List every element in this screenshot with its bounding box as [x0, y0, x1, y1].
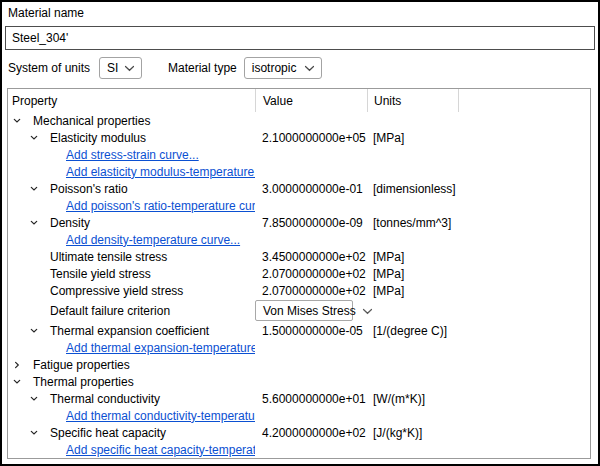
group-label: Fatigue properties	[33, 358, 130, 372]
property-label: Ultimate tensile stress	[50, 250, 167, 264]
chevron-down-icon[interactable]	[11, 115, 23, 127]
property-label: Density	[50, 216, 90, 230]
table-rows: Mechanical properties Elasticity modulus…	[8, 112, 590, 458]
spacer	[28, 305, 40, 317]
table-row: Compressive yield stress 2.0700000000e+0…	[8, 282, 590, 299]
units-cell: [MPa]	[367, 250, 458, 264]
material-editor-window: Material name System of units SI Materia…	[0, 0, 600, 466]
value-cell	[255, 441, 367, 458]
value-cell	[255, 373, 367, 390]
table-row: Add thermal expansion-temperature curve.…	[8, 339, 590, 356]
column-header-units[interactable]: Units	[367, 89, 458, 112]
add-curve-link[interactable]: Add elasticity modulus-temperature curve…	[66, 165, 255, 179]
system-of-units-select[interactable]: SI	[99, 57, 142, 79]
add-curve-link[interactable]: Add thermal conductivity-temperature cur…	[66, 409, 255, 423]
table-row: Add specific heat capacity-temperature c…	[8, 441, 590, 458]
table-row: Thermal properties	[8, 373, 590, 390]
table-row: Ultimate tensile stress 3.4500000000e+02…	[8, 248, 590, 265]
chevron-down-icon[interactable]	[28, 393, 40, 405]
material-type-select[interactable]: isotropic	[244, 57, 322, 79]
value-cell[interactable]: 3.4500000000e+02	[255, 248, 367, 265]
spacer	[28, 268, 40, 280]
system-of-units-label: System of units	[8, 61, 90, 75]
chevron-down-icon[interactable]	[11, 376, 23, 388]
units-cell: [MPa]	[367, 284, 458, 298]
spacer	[28, 285, 40, 297]
value-cell	[255, 339, 367, 356]
table-row: Specific heat capacity 4.2000000000e+02 …	[8, 424, 590, 441]
value-cell[interactable]: 3.0000000000e-01	[255, 180, 367, 197]
value-cell	[255, 163, 367, 180]
chevron-down-icon[interactable]	[28, 325, 40, 337]
add-curve-link[interactable]: Add density-temperature curve...	[66, 233, 240, 247]
units-cell: [1/(degree C)]	[367, 324, 458, 338]
value-cell[interactable]: 4.2000000000e+02	[255, 424, 367, 441]
add-curve-link[interactable]: Add stress-strain curve...	[66, 148, 199, 162]
value-cell[interactable]: 2.1000000000e+05	[255, 129, 367, 146]
failure-criterion-value: Von Mises Stress	[263, 304, 356, 318]
units-type-row: System of units SI Material type isotrop…	[8, 57, 322, 79]
table-row: Thermal expansion coefficient 1.50000000…	[8, 322, 590, 339]
group-label: Thermal properties	[33, 375, 134, 389]
value-cell[interactable]: 5.6000000000e+01	[255, 390, 367, 407]
chevron-down-icon[interactable]	[28, 217, 40, 229]
value-cell[interactable]: 1.5000000000e-05	[255, 322, 367, 339]
units-cell: [dimensionless]	[367, 182, 458, 196]
chevron-down-icon[interactable]	[28, 427, 40, 439]
add-curve-link[interactable]: Add thermal expansion-temperature curve.…	[66, 341, 255, 355]
value-cell	[255, 197, 367, 214]
chevron-down-icon	[304, 61, 315, 75]
property-label: Tensile yield stress	[50, 267, 151, 281]
property-label: Poisson's ratio	[50, 182, 128, 196]
group-label: Mechanical properties	[33, 114, 150, 128]
material-name-input[interactable]	[5, 26, 595, 50]
units-cell: [tonnes/mm^3]	[367, 216, 458, 230]
value-cell	[255, 146, 367, 163]
property-label: Elasticity modulus	[50, 131, 146, 145]
value-cell[interactable]: 7.8500000000e-09	[255, 214, 367, 231]
column-header-property[interactable]: Property	[8, 89, 255, 112]
value-cell[interactable]: 2.0700000000e+02	[255, 265, 367, 282]
spacer	[28, 251, 40, 263]
table-row: Add stress-strain curve...	[8, 146, 590, 163]
value-cell: Von Mises Stress	[255, 299, 367, 322]
material-type-value: isotropic	[252, 61, 297, 75]
column-header-value[interactable]: Value	[255, 89, 367, 112]
value-cell	[255, 407, 367, 424]
chevron-down-icon[interactable]	[28, 183, 40, 195]
table-row: Add poisson's ratio-temperature curve...	[8, 197, 590, 214]
add-curve-link[interactable]: Add specific heat capacity-temperature c…	[66, 443, 255, 457]
property-label: Compressive yield stress	[50, 284, 183, 298]
table-row: Add elasticity modulus-temperature curve…	[8, 163, 590, 180]
table-header: Property Value Units	[8, 89, 590, 112]
table-row: Mechanical properties	[8, 112, 590, 129]
add-curve-link[interactable]: Add poisson's ratio-temperature curve...	[66, 199, 255, 213]
value-cell[interactable]: 2.0700000000e+02	[255, 282, 367, 299]
table-row: Tensile yield stress 2.0700000000e+02 [M…	[8, 265, 590, 282]
table-row: Density 7.8500000000e-09 [tonnes/mm^3]	[8, 214, 590, 231]
property-label: Default failure criterion	[50, 304, 170, 318]
failure-criterion-select[interactable]: Von Mises Stress	[255, 300, 353, 321]
material-name-label: Material name	[8, 6, 84, 20]
table-row: Add density-temperature curve...	[8, 231, 590, 248]
units-cell: [MPa]	[367, 267, 458, 281]
properties-table: Property Value Units Mechanical properti…	[7, 88, 591, 459]
chevron-right-icon[interactable]	[11, 359, 23, 371]
table-row: Thermal conductivity 5.6000000000e+01 [W…	[8, 390, 590, 407]
chevron-down-icon	[124, 61, 135, 75]
system-of-units-value: SI	[107, 61, 118, 75]
table-row: Elasticity modulus 2.1000000000e+05 [MPa…	[8, 129, 590, 146]
table-row: Default failure criterion Von Mises Stre…	[8, 299, 590, 322]
property-label: Thermal expansion coefficient	[50, 324, 209, 338]
value-cell	[255, 112, 367, 129]
value-cell	[255, 356, 367, 373]
table-row: Poisson's ratio 3.0000000000e-01 [dimens…	[8, 180, 590, 197]
table-row: Add thermal conductivity-temperature cur…	[8, 407, 590, 424]
units-cell: [MPa]	[367, 131, 458, 145]
chevron-down-icon	[362, 304, 373, 318]
units-cell: [J/(kg*K)]	[367, 426, 458, 440]
chevron-down-icon[interactable]	[28, 132, 40, 144]
property-label: Specific heat capacity	[50, 426, 166, 440]
units-cell: [W/(m*K)]	[367, 392, 458, 406]
value-cell	[255, 231, 367, 248]
